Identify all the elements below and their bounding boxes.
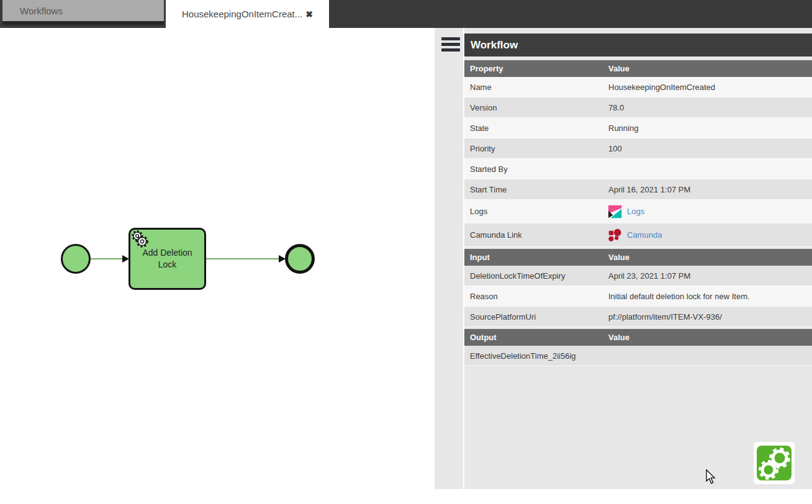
table-row-name: Name HousekeepingOnItemCreated bbox=[464, 77, 812, 97]
property-cell: Camunda Link bbox=[464, 230, 608, 240]
property-cell: Logs bbox=[464, 207, 608, 216]
table-row-state: State Running bbox=[464, 118, 812, 138]
end-event-node[interactable] bbox=[285, 244, 315, 274]
tab-housekeeping-label: HousekeepingOnItemCreat... bbox=[182, 9, 302, 19]
table-row-camunda-link: Camunda Link Camunda bbox=[464, 223, 812, 247]
tab-housekeeping[interactable]: HousekeepingOnItemCreat... ✖ bbox=[166, 0, 329, 28]
property-cell: Priority bbox=[464, 144, 608, 153]
gears-logo-icon bbox=[757, 446, 792, 480]
table-row-effective-deletion-time: EffectiveDeletionTime_2ii56ig bbox=[464, 346, 812, 366]
property-cell: Version bbox=[464, 103, 608, 112]
value-cell: Initial default deletion lock for new It… bbox=[608, 292, 812, 301]
gears-app-logo bbox=[754, 442, 795, 484]
input-header-value: Value bbox=[608, 253, 812, 262]
start-event-node[interactable] bbox=[61, 244, 91, 274]
properties-header-row: Property Value bbox=[464, 60, 812, 77]
value-cell: 78.0 bbox=[608, 103, 812, 112]
hamburger-menu-icon[interactable] bbox=[441, 37, 460, 53]
table-row-priority: Priority 100 bbox=[464, 138, 812, 159]
table-row-start-time: Start Time April 16, 2021 1:07 PM bbox=[464, 179, 812, 200]
table-row-logs: Logs Logs bbox=[464, 200, 812, 223]
panel-title: Workflow bbox=[464, 34, 812, 56]
value-cell: 100 bbox=[608, 144, 812, 153]
property-cell: EffectiveDeletionTime_2ii56ig bbox=[464, 351, 608, 361]
camunda-link[interactable]: Camunda bbox=[627, 230, 662, 240]
sequence-flow-1 bbox=[91, 258, 123, 259]
camunda-icon bbox=[608, 228, 622, 242]
table-row-reason: Reason Initial default deletion lock for… bbox=[464, 286, 812, 307]
tab-workflows[interactable]: Workflows bbox=[2, 0, 164, 25]
table-row-started-by: Started By bbox=[464, 159, 812, 179]
value-cell: Running bbox=[608, 124, 812, 133]
output-header-property: Output bbox=[464, 333, 608, 342]
tab-bar: Workflows HousekeepingOnItemCreat... ✖ bbox=[0, 0, 812, 28]
value-cell: pf://platform/item/ITEM-VX-936/ bbox=[608, 312, 812, 322]
property-cell: Name bbox=[464, 83, 608, 92]
property-cell: Reason bbox=[464, 292, 608, 301]
input-header-property: Input bbox=[464, 253, 608, 262]
table-row-source-platform-uri: SourcePlatformUri pf://platform/item/ITE… bbox=[464, 307, 812, 327]
tab-workflows-label: Workflows bbox=[20, 6, 63, 16]
table-row-deletion-lock-expiry: DeletionLockTimeOfExpiry April 23, 2021 … bbox=[464, 266, 812, 286]
input-header-row: Input Value bbox=[464, 249, 812, 266]
properties-header-property: Property bbox=[464, 64, 608, 73]
close-icon[interactable]: ✖ bbox=[305, 9, 313, 19]
panel-title-text: Workflow bbox=[471, 39, 518, 52]
property-cell: Started By bbox=[464, 164, 608, 174]
mouse-cursor bbox=[706, 469, 717, 485]
value-cell: April 16, 2021 1:07 PM bbox=[608, 185, 812, 194]
value-cell: April 23, 2021 1:07 PM bbox=[608, 271, 812, 281]
service-task-gear-icon bbox=[131, 230, 151, 249]
property-cell: State bbox=[464, 124, 608, 133]
properties-header-value: Value bbox=[608, 64, 812, 73]
kibana-icon bbox=[608, 205, 622, 218]
diagram-canvas: Add Deletion Lock bbox=[0, 28, 435, 504]
workflow-property-table: Property Value Name HousekeepingOnItemCr… bbox=[464, 60, 812, 366]
property-cell: SourcePlatformUri bbox=[464, 312, 608, 322]
task-label: Add Deletion Lock bbox=[135, 247, 200, 271]
output-header-row: Output Value bbox=[464, 329, 812, 346]
value-cell: HousekeepingOnItemCreated bbox=[608, 83, 812, 92]
property-cell: DeletionLockTimeOfExpiry bbox=[464, 271, 608, 281]
logs-link[interactable]: Logs bbox=[627, 207, 644, 216]
output-header-value: Value bbox=[608, 333, 812, 342]
table-row-version: Version 78.0 bbox=[464, 97, 812, 118]
sequence-flow-2 bbox=[206, 258, 279, 259]
property-cell: Start Time bbox=[464, 185, 608, 194]
